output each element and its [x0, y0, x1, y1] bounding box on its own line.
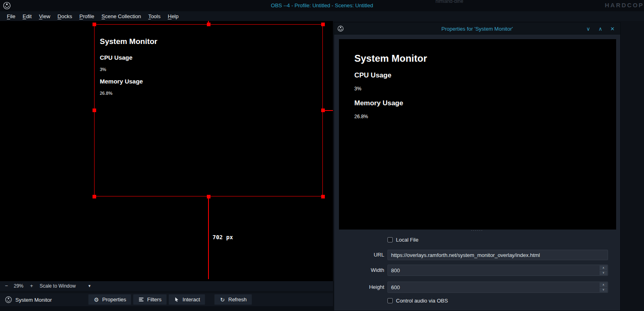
width-spinbox: ∧ ∨ [387, 265, 608, 276]
zoom-out-button[interactable]: − [3, 283, 10, 289]
interact-button[interactable]: Interact [168, 294, 205, 305]
selected-source-name: System Monitor [15, 297, 52, 303]
dock-down-button[interactable]: ∨ [585, 26, 591, 32]
filters-button[interactable]: Filters [133, 294, 166, 305]
height-spinbox: ∧ ∨ [387, 282, 608, 293]
obs-main-window: OBS --4 - Profile: Untitled - Scenes: Un… [0, 0, 644, 311]
close-button[interactable]: ✕ [610, 26, 615, 32]
url-row: URL [334, 250, 620, 260]
preview-cpu-label: CPU Usage [354, 71, 616, 79]
refresh-button-label: Refresh [228, 296, 247, 303]
menu-bar: File Edit View Docks Profile Scene Colle… [0, 11, 644, 21]
window-title: OBS --4 - Profile: Untitled - Scenes: Un… [0, 2, 644, 8]
local-file-row: Local File [334, 237, 620, 244]
guide-distance-label: 702 px [213, 234, 233, 240]
bottom-strip [0, 306, 333, 311]
menu-docks[interactable]: Docks [54, 13, 76, 20]
properties-preview: System Monitor CPU Usage 3% Memory Usage… [339, 39, 616, 230]
zoom-level: 29% [14, 283, 23, 289]
width-input[interactable] [388, 265, 598, 276]
float-up-button[interactable]: ∧ [598, 26, 603, 32]
source-overlay-preview: System Monitor CPU Usage 3% Memory Usage… [95, 25, 322, 96]
splitter-handle[interactable]: ······ [334, 229, 620, 232]
width-row: Width ∧ ∨ [334, 265, 620, 276]
menu-profile[interactable]: Profile [76, 13, 98, 20]
filters-button-label: Filters [147, 296, 161, 303]
width-spin-up-button[interactable]: ∧ [600, 265, 607, 270]
height-label: Height [334, 282, 384, 293]
properties-title: Properties for 'System Monitor' [334, 26, 620, 32]
selection-handle-top-left[interactable] [93, 23, 96, 26]
source-toolbar: System Monitor ⚙ Properties Filters [0, 293, 333, 306]
watermark-text: HARDCOPR [605, 2, 644, 8]
menu-tools[interactable]: Tools [145, 13, 164, 20]
overlay-title: System Monitor [100, 37, 322, 46]
overlay-mem-value: 26.8% [100, 91, 322, 96]
source-actions: ⚙ Properties Filters [88, 294, 252, 305]
audio-row: Control audio via OBS [334, 298, 620, 305]
source-icon [5, 296, 12, 303]
gear-icon: ⚙ [93, 296, 99, 303]
menu-edit[interactable]: Edit [19, 13, 35, 20]
selection-rect[interactable]: System Monitor CPU Usage 3% Memory Usage… [94, 24, 323, 196]
selection-handle-bottom-right[interactable] [321, 195, 325, 198]
control-audio-label: Control audio via OBS [396, 298, 448, 304]
refresh-icon: ↻ [219, 296, 225, 303]
menu-help[interactable]: Help [164, 13, 182, 20]
overlay-cpu-label: CPU Usage [100, 54, 322, 61]
menu-file[interactable]: File [3, 13, 19, 20]
chevron-down-icon: ▼ [88, 284, 91, 288]
selection-handle-top-right[interactable] [321, 23, 325, 26]
guide-line-top [208, 21, 209, 25]
local-file-checkbox[interactable] [387, 237, 393, 242]
scale-mode-select[interactable]: Scale to Window ▼ [39, 282, 94, 290]
height-spin-down-button[interactable]: ∨ [600, 288, 607, 292]
zoom-in-button[interactable]: + [28, 283, 35, 289]
overlay-cpu-value: 3% [100, 67, 322, 72]
width-spin-down-button[interactable]: ∨ [600, 271, 607, 276]
background-window-text: nimland-dine [436, 0, 463, 4]
properties-preview-content: System Monitor CPU Usage 3% Memory Usage… [339, 39, 616, 119]
interact-button-label: Interact [183, 296, 200, 303]
menu-view[interactable]: View [35, 13, 54, 20]
properties-window: Properties for 'System Monitor' ∨ ∧ ✕ Sy… [334, 22, 621, 311]
preview-title: System Monitor [354, 52, 616, 64]
overlay-mem-label: Memory Usage [100, 78, 322, 85]
properties-window-controls: ∨ ∧ ✕ [585, 23, 615, 35]
control-audio-checkbox[interactable] [387, 298, 393, 303]
cursor-icon [174, 296, 180, 303]
height-input[interactable] [388, 282, 598, 292]
zoom-bar: − 29% + Scale to Window ▼ [0, 281, 333, 291]
height-row: Height ∧ ∨ [334, 282, 620, 293]
refresh-button[interactable]: ↻ Refresh [214, 294, 252, 305]
url-input[interactable] [387, 250, 608, 260]
guide-line-right [323, 110, 333, 111]
guide-line-bottom [208, 196, 209, 279]
preview-mem-value: 26.8% [354, 114, 616, 119]
local-file-label: Local File [396, 237, 419, 243]
height-spin-up-button[interactable]: ∧ [600, 282, 607, 287]
scale-mode-label: Scale to Window [40, 283, 76, 289]
selection-handle-middle-left[interactable] [93, 109, 96, 112]
menu-scene-collection[interactable]: Scene Collection [98, 13, 145, 20]
width-label: Width [334, 265, 384, 276]
preview-cpu-value: 3% [354, 86, 616, 92]
properties-button-label: Properties [102, 296, 126, 303]
selection-handle-bottom-left[interactable] [93, 195, 96, 198]
preview-canvas[interactable]: System Monitor CPU Usage 3% Memory Usage… [0, 21, 333, 281]
filters-icon [138, 296, 144, 303]
url-label: URL [334, 250, 384, 260]
properties-titlebar[interactable]: Properties for 'System Monitor' ∨ ∧ ✕ [334, 23, 620, 35]
preview-mem-label: Memory Usage [354, 99, 616, 107]
title-bar: OBS --4 - Profile: Untitled - Scenes: Un… [0, 0, 644, 11]
properties-button[interactable]: ⚙ Properties [88, 294, 131, 305]
